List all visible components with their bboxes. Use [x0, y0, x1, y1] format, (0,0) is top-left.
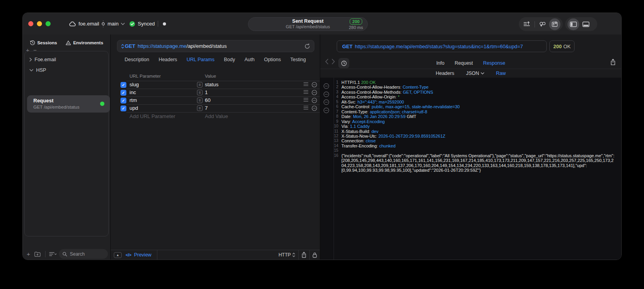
- preview-button[interactable]: </> Preview: [126, 252, 151, 258]
- tab-description[interactable]: Description: [125, 57, 150, 66]
- tree-item-hsp[interactable]: HSP: [29, 67, 46, 73]
- share-icon: [301, 252, 306, 258]
- param-value[interactable]: 1: [205, 89, 208, 95]
- branch-selector[interactable]: main: [101, 13, 125, 35]
- response-method: GET: [342, 44, 352, 49]
- tab-headers[interactable]: Headers: [159, 57, 177, 66]
- code-line: 5Alt-Svc: h3=":443"; ma=2592000: [320, 100, 619, 104]
- request-url-text: https://statuspage.me/api/embed/status: [138, 43, 227, 49]
- request-response-panel-button[interactable]: [549, 18, 560, 30]
- code-line: 15: [320, 148, 619, 153]
- equals-box-icon: =: [197, 82, 203, 87]
- drag-handle-icon[interactable]: [303, 105, 308, 110]
- collapse-pane-button[interactable]: ▲: [114, 252, 122, 258]
- minimize-window-button[interactable]: [37, 21, 42, 26]
- drag-handle-icon[interactable]: [303, 82, 308, 86]
- resend-button[interactable]: [305, 43, 310, 49]
- tab-request[interactable]: Request: [455, 60, 473, 66]
- param-checkbox[interactable]: ✓: [120, 98, 126, 104]
- tab-environments-label: Environments: [73, 40, 103, 45]
- code-line: 9Vary: Accept-Encoding: [320, 119, 619, 124]
- protocol-selector[interactable]: HTTP: [279, 252, 295, 258]
- sync-status-label: Synced: [138, 21, 155, 27]
- share-icon: [610, 59, 616, 65]
- remove-param-button[interactable]: [312, 105, 317, 111]
- response-url: https://statuspage.me/api/embed/status?s…: [355, 44, 523, 49]
- param-name[interactable]: slug: [130, 82, 139, 87]
- equals-box-icon: =: [197, 98, 203, 103]
- remove-param-button[interactable]: [312, 90, 317, 95]
- response-code-area: 1HTTP/1.1 200 OK2Access-Control-Allow-He…: [320, 78, 621, 260]
- new-request-button[interactable]: +: [27, 251, 30, 257]
- request-url-bar[interactable]: GET https://statuspage.me/api/embed/stat…: [117, 40, 314, 52]
- sync-status[interactable]: Synced: [129, 13, 155, 35]
- code-line: 2Access-Control-Allow-Headers: Content-T…: [320, 85, 619, 89]
- param-value[interactable]: 60: [205, 97, 210, 103]
- tab-options[interactable]: Options: [264, 57, 281, 66]
- close-window-button[interactable]: [28, 21, 33, 26]
- export-list-button[interactable]: [521, 18, 533, 30]
- code-line: 1HTTP/1.1 200 OK: [320, 80, 619, 85]
- column-value: Value: [205, 74, 216, 78]
- view-raw[interactable]: Raw: [496, 71, 506, 76]
- synced-check-icon: [129, 21, 135, 27]
- tab-body[interactable]: Body: [224, 57, 235, 66]
- tab-testing[interactable]: Testing: [290, 57, 306, 66]
- request-list-item-selected[interactable]: Request GET /api/embed/status: [27, 95, 110, 113]
- sent-request-pill[interactable]: Sent Request GET /api/embed/status 200 2…: [248, 17, 368, 31]
- tab-environments[interactable]: Environments: [66, 38, 103, 48]
- tab-url-params[interactable]: URL Params: [186, 57, 214, 66]
- response-status-text: OK: [563, 44, 571, 49]
- drag-handle-icon[interactable]: [303, 90, 308, 94]
- param-checkbox[interactable]: ✓: [120, 82, 126, 88]
- response-request-url-box: GET https://statuspage.me/api/embed/stat…: [337, 40, 547, 52]
- toggle-bottom-panel-button[interactable]: [580, 18, 592, 30]
- code-line: 12X-Status-Now-Utc: 2026-01-26T20:29:59.…: [320, 134, 619, 138]
- response-nav-row: Info Request Response: [320, 57, 621, 69]
- new-folder-button[interactable]: [34, 251, 41, 257]
- param-checkbox[interactable]: ✓: [120, 90, 126, 96]
- toggle-sidebar-button[interactable]: [567, 18, 579, 30]
- up-down-chevrons-icon: [121, 44, 124, 49]
- screen: foe.email main Synced Sent Request GET /…: [0, 0, 644, 289]
- share-response-button[interactable]: [610, 59, 616, 65]
- zoom-window-button[interactable]: [46, 21, 51, 26]
- remove-param-button[interactable]: [312, 98, 317, 103]
- param-value[interactable]: 7: [205, 105, 208, 111]
- tab-info[interactable]: Info: [436, 60, 445, 66]
- method-selector[interactable]: GET: [121, 43, 135, 49]
- code-line: 14Transfer-Encoding: chunked: [320, 144, 619, 148]
- tree-item-foe-email[interactable]: Foe.email: [29, 57, 56, 62]
- sidebar: Sessions Environments + − Foe.email: [23, 35, 110, 260]
- view-headers[interactable]: Headers: [436, 71, 454, 76]
- url-path: /api/embed/status: [186, 43, 227, 49]
- titlebar-separator: [158, 21, 158, 27]
- lock-button[interactable]: [312, 252, 317, 258]
- share-request-button[interactable]: [301, 252, 306, 258]
- code-line: 16{"incidents":null,"overall":{"code":"o…: [320, 153, 619, 173]
- param-value[interactable]: status: [205, 82, 219, 87]
- chevron-down-icon: [121, 23, 125, 25]
- param-row: ✓ rtm = 60: [111, 96, 320, 104]
- tab-response[interactable]: Response: [483, 60, 505, 66]
- view-json-selector[interactable]: JSON: [466, 71, 484, 76]
- code-icon: </>: [126, 253, 131, 257]
- param-name[interactable]: rtm: [130, 97, 137, 103]
- flow-loop-button[interactable]: [537, 18, 548, 30]
- param-checkbox[interactable]: ✓: [120, 105, 126, 111]
- param-name[interactable]: upd: [130, 105, 138, 111]
- project-cloud-group[interactable]: foe.email: [69, 13, 99, 35]
- add-url-parameter-field[interactable]: Add URL Parameter: [130, 113, 175, 119]
- toolbar-group-right: [565, 17, 597, 31]
- tab-auth[interactable]: Auth: [244, 57, 255, 66]
- param-name[interactable]: inc: [130, 89, 136, 95]
- view-json-label: JSON: [466, 71, 479, 76]
- sidebar-search[interactable]: [59, 249, 108, 259]
- search-input[interactable]: [69, 251, 100, 257]
- add-value-field[interactable]: Add Value: [205, 113, 228, 119]
- response-pane: GET https://statuspage.me/api/embed/stat…: [320, 35, 621, 260]
- remove-param-button[interactable]: [312, 82, 317, 87]
- drag-handle-icon[interactable]: [303, 98, 308, 102]
- view-options-button[interactable]: [49, 252, 57, 256]
- code-line: 6Cache-Control: public, max-age=15, stal…: [320, 104, 619, 109]
